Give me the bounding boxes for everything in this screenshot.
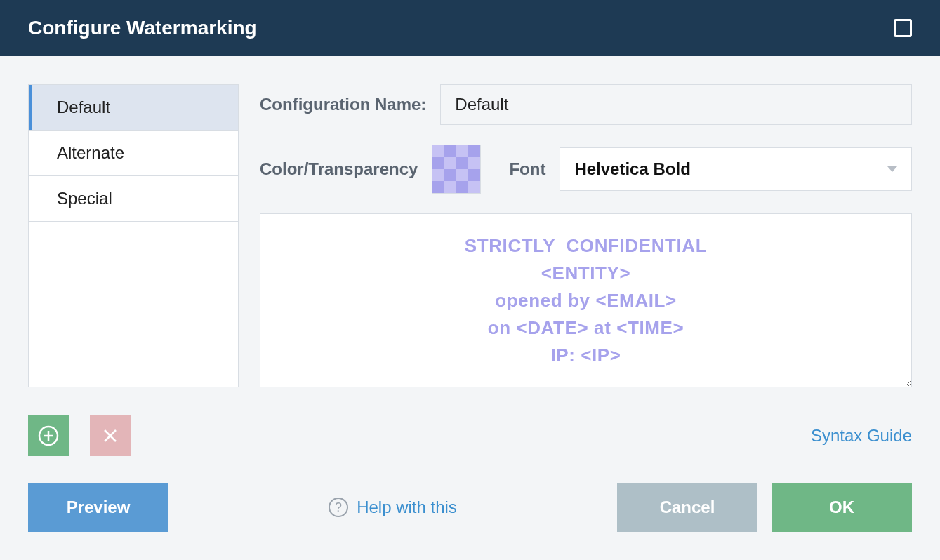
watermark-config-dialog: Configure Watermarking Default Alternate… <box>0 0 940 560</box>
preview-button[interactable]: Preview <box>28 483 168 532</box>
below-content-row: Syntax Guide <box>0 394 940 462</box>
config-list: Default Alternate Special <box>28 84 239 387</box>
ok-button[interactable]: OK <box>772 483 912 532</box>
chevron-down-icon <box>887 166 897 172</box>
watermark-textarea[interactable] <box>260 213 912 387</box>
font-select-value: Helvetica Bold <box>574 159 690 179</box>
delete-config-button[interactable] <box>90 415 131 456</box>
color-font-row: Color/Transparency Font Helvetica Bold <box>260 145 912 194</box>
question-circle-icon: ? <box>329 498 348 517</box>
content-area: Default Alternate Special Configuration … <box>0 56 940 394</box>
config-name-row: Configuration Name: <box>260 84 912 125</box>
maximize-icon[interactable] <box>894 19 912 37</box>
footer: Preview ? Help with this Cancel OK <box>0 462 940 560</box>
color-swatch[interactable] <box>432 145 481 194</box>
config-list-item-label: Alternate <box>57 143 124 162</box>
font-label: Font <box>509 159 545 179</box>
main-panel: Configuration Name: Color/Transparency F… <box>260 84 912 387</box>
right-button-group: Cancel OK <box>617 483 912 532</box>
config-list-item[interactable]: Default <box>29 85 238 131</box>
font-select[interactable]: Helvetica Bold <box>560 147 912 191</box>
config-list-item-label: Special <box>57 189 112 208</box>
dialog-title: Configure Watermarking <box>28 17 257 39</box>
sidebar: Default Alternate Special <box>28 84 239 387</box>
help-link[interactable]: ? Help with this <box>329 498 457 517</box>
config-name-input[interactable] <box>440 84 912 125</box>
config-list-item[interactable]: Special <box>29 176 238 222</box>
font-select-box[interactable]: Helvetica Bold <box>560 147 912 191</box>
color-label: Color/Transparency <box>260 159 418 179</box>
help-link-label: Help with this <box>357 498 457 517</box>
titlebar: Configure Watermarking <box>0 0 940 56</box>
config-list-item[interactable]: Alternate <box>29 131 238 176</box>
add-config-button[interactable] <box>28 415 69 456</box>
config-name-label: Configuration Name: <box>260 95 426 114</box>
cancel-button[interactable]: Cancel <box>617 483 757 532</box>
syntax-guide-link[interactable]: Syntax Guide <box>811 426 912 446</box>
icon-button-group <box>28 415 131 456</box>
config-list-item-label: Default <box>57 98 110 116</box>
close-icon <box>102 427 119 444</box>
plus-circle-icon <box>37 424 60 448</box>
